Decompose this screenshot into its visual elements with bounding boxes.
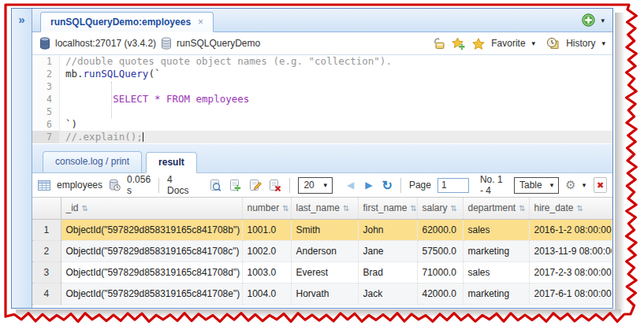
cell-id[interactable]: ObjectId("597829d858319165c841708b") xyxy=(61,219,242,240)
cell-first-name[interactable]: John xyxy=(358,219,417,240)
cell-salary[interactable]: 71000.0 xyxy=(417,261,463,283)
column-header-department[interactable]: department⇅ xyxy=(463,198,529,219)
text-cursor xyxy=(143,132,143,142)
line-number: 5 xyxy=(32,106,60,118)
cell-salary[interactable]: 62000.0 xyxy=(417,219,463,240)
cell-hire-date[interactable]: 2017-6-1 08:00:00 xyxy=(529,283,612,304)
table-row[interactable]: 1 ObjectId("597829d858319165c841708b") 1… xyxy=(32,219,612,240)
cell-department[interactable]: sales xyxy=(463,261,529,283)
add-document-button[interactable] xyxy=(229,179,242,192)
prev-page-button[interactable]: ◀ xyxy=(347,180,354,191)
cell-first-name[interactable]: Jack xyxy=(358,283,417,304)
page-number-input[interactable] xyxy=(437,178,469,193)
favorite-dropdown-icon[interactable]: ▾ xyxy=(532,39,536,47)
collapsed-sidebar[interactable]: » xyxy=(12,9,32,308)
close-tab-icon[interactable]: × xyxy=(198,17,203,28)
new-tab-button[interactable] xyxy=(582,13,595,27)
page-size-select[interactable]: 20 ▾ xyxy=(298,177,333,194)
cell-id[interactable]: ObjectId("597829d858319165c841708d") xyxy=(61,261,242,283)
edit-document-button[interactable] xyxy=(248,179,262,192)
cell-first-name[interactable]: Brad xyxy=(358,261,417,283)
close-result-button[interactable]: ✖ xyxy=(594,177,607,193)
code-comment: //.explain(); xyxy=(65,131,143,143)
next-page-button[interactable]: ▶ xyxy=(365,180,372,191)
row-number[interactable]: 4 xyxy=(32,283,61,304)
page-label: Page xyxy=(409,180,431,191)
history-icon[interactable] xyxy=(546,37,560,50)
tab-console-log[interactable]: console.log / print xyxy=(43,151,142,172)
column-header-hire-date[interactable]: hire_date⇅ xyxy=(529,198,612,219)
code-editor[interactable]: 1 //double quotes quote object names (e.… xyxy=(32,55,612,144)
editor-line: 1 //double quotes quote object names (e.… xyxy=(32,55,612,68)
cell-first-name[interactable]: Jane xyxy=(358,240,417,261)
window-shadow-right xyxy=(615,13,625,312)
cell-salary[interactable]: 42000.0 xyxy=(417,283,463,304)
history-label[interactable]: History xyxy=(566,38,595,49)
cell-hire-date[interactable]: 2016-1-2 08:00:00 xyxy=(529,219,612,240)
favorite-button[interactable] xyxy=(472,38,485,50)
settings-gear-icon[interactable]: ⚙ xyxy=(565,178,575,192)
cell-department[interactable]: sales xyxy=(463,219,529,240)
sort-icon[interactable]: ⇅ xyxy=(343,204,349,213)
sort-icon[interactable]: ⇅ xyxy=(82,204,88,213)
view-document-button[interactable] xyxy=(209,179,222,192)
line-number: 3 xyxy=(32,80,60,93)
cell-number[interactable]: 1001.0 xyxy=(242,219,291,240)
cell-hire-date[interactable]: 2013-11-9 08:00:00 xyxy=(529,240,612,261)
cell-id[interactable]: ObjectId("597829d858319165c841708e") xyxy=(61,283,242,304)
column-header-last-name[interactable]: last_name⇅ xyxy=(291,198,358,219)
line-number: 1 xyxy=(32,55,60,68)
doc-count: 4 Docs xyxy=(167,174,188,196)
cell-department[interactable]: marketing xyxy=(463,240,529,261)
column-header-number[interactable]: number⇅ xyxy=(242,198,291,219)
code-object: mb. xyxy=(65,68,84,80)
cell-last-name[interactable]: Smith xyxy=(291,219,358,240)
table-row[interactable]: 2 ObjectId("597829d858319165c841708c") 1… xyxy=(32,240,612,261)
cell-last-name[interactable]: Everest xyxy=(291,261,358,283)
code-comment: //double quotes quote object names (e.g.… xyxy=(65,55,392,67)
column-header-id[interactable]: _id⇅ xyxy=(61,198,242,219)
tab-result[interactable]: result xyxy=(146,152,197,173)
favorite-label[interactable]: Favorite xyxy=(491,38,525,49)
main-panel: runSQLQueryDemo:employees × ▾ xyxy=(32,9,612,308)
view-mode-select[interactable]: Table ▾ xyxy=(514,177,559,194)
table-row[interactable]: 3 ObjectId("597829d858319165c841708d") 1… xyxy=(32,261,612,283)
delete-document-button[interactable] xyxy=(268,179,281,192)
cell-last-name[interactable]: Anderson xyxy=(291,240,358,261)
code-paren: (` xyxy=(148,68,160,80)
cell-id[interactable]: ObjectId("597829d858319165c841708c") xyxy=(61,240,242,261)
cell-hire-date[interactable]: 2017-2-3 08:00:00 xyxy=(529,261,612,283)
cell-number[interactable]: 1004.0 xyxy=(242,283,291,304)
sort-icon[interactable]: ⇅ xyxy=(282,204,288,213)
sort-icon[interactable]: ⇅ xyxy=(519,204,525,213)
column-header-salary[interactable]: salary⇅ xyxy=(417,198,463,219)
expand-sidebar-icon[interactable]: » xyxy=(18,13,24,26)
page-size-value: 20 xyxy=(303,180,314,191)
connection-host[interactable]: localhost:27017 (v3.4.2) xyxy=(55,38,156,49)
sort-icon[interactable]: ⇅ xyxy=(451,204,457,213)
settings-dropdown-icon[interactable]: ▾ xyxy=(583,181,586,189)
row-number[interactable]: 3 xyxy=(32,261,61,283)
cell-salary[interactable]: 57500.0 xyxy=(417,240,463,261)
refresh-button[interactable]: ↻ xyxy=(382,178,393,193)
row-number[interactable]: 1 xyxy=(32,219,61,240)
row-number[interactable]: 2 xyxy=(32,240,61,261)
cell-last-name[interactable]: Horvath xyxy=(291,283,358,304)
cell-number[interactable]: 1003.0 xyxy=(242,261,291,283)
connection-database[interactable]: runSQLQueryDemo xyxy=(177,38,260,49)
cell-department[interactable]: marketing xyxy=(463,283,529,304)
cell-number[interactable]: 1002.0 xyxy=(242,240,291,261)
divider xyxy=(400,178,401,193)
tab-runsqlquerydemo[interactable]: runSQLQueryDemo:employees × xyxy=(40,12,214,32)
history-dropdown-icon[interactable]: ▾ xyxy=(601,39,605,47)
tab-label: console.log / print xyxy=(55,156,129,167)
table-view-icon xyxy=(38,180,50,191)
sort-icon[interactable]: ⇅ xyxy=(577,204,583,213)
add-favorite-icon[interactable] xyxy=(452,37,466,50)
column-header-first-name[interactable]: first_name⇅ xyxy=(358,198,417,219)
read-lock-icon[interactable] xyxy=(432,37,445,50)
table-row[interactable]: 4 ObjectId("597829d858319165c841708e") 1… xyxy=(32,283,612,304)
new-tab-dropdown-icon[interactable]: ▾ xyxy=(601,17,605,24)
sort-icon[interactable]: ⇅ xyxy=(411,204,417,213)
line-number: 2 xyxy=(32,68,60,80)
